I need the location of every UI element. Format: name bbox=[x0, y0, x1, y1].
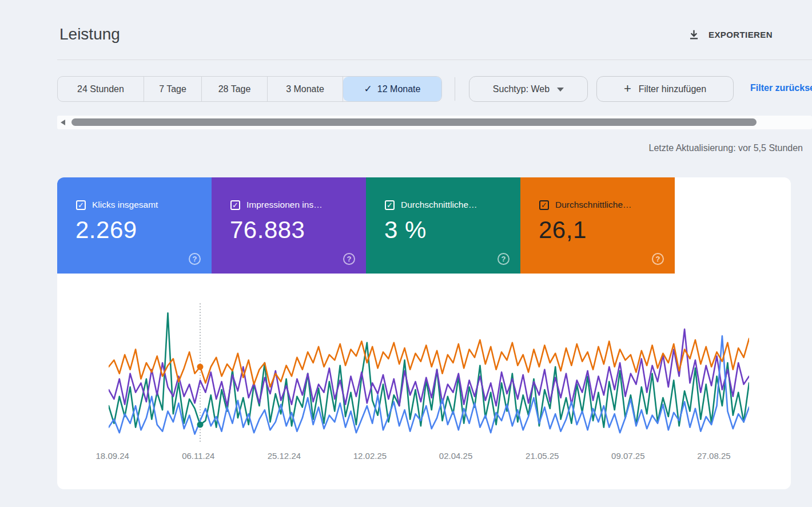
metric-card-value: 76.883 bbox=[230, 216, 305, 244]
marker-dot-ctr bbox=[197, 422, 204, 428]
x-axis-label: 18.09.24 bbox=[96, 451, 129, 461]
x-axis-label: 12.02.25 bbox=[353, 451, 387, 461]
check-icon: ✓ bbox=[364, 83, 372, 95]
metric-card-impressionen[interactable]: ✓ Impressionen ins… 76.883 ? bbox=[212, 177, 366, 274]
help-icon[interactable]: ? bbox=[497, 253, 510, 265]
arrow-left-icon[interactable] bbox=[61, 120, 65, 125]
x-axis-label: 27.08.25 bbox=[697, 451, 730, 461]
performance-chart[interactable] bbox=[109, 298, 749, 447]
help-icon[interactable]: ? bbox=[343, 253, 355, 265]
add-filter-label: Filter hinzufügen bbox=[639, 84, 706, 94]
help-icon[interactable]: ? bbox=[652, 253, 664, 265]
tab-12-monate[interactable]: ✓ 12 Monate bbox=[343, 77, 441, 101]
checkbox-checked-icon[interactable]: ✓ bbox=[539, 200, 549, 210]
export-button-label: EXPORTIEREN bbox=[708, 30, 773, 39]
metric-card-klicks[interactable]: ✓ Klicks insgesamt 2.269 ? bbox=[57, 177, 212, 274]
metric-card-value: 2.269 bbox=[75, 216, 137, 244]
tab-28-tage[interactable]: 28 Tage bbox=[202, 77, 268, 101]
x-axis-labels: 18.09.2406.11.2425.12.2412.02.2502.04.25… bbox=[57, 451, 791, 462]
checkbox-checked-icon[interactable]: ✓ bbox=[76, 200, 86, 210]
chevron-down-icon bbox=[557, 88, 564, 92]
date-range-tabs: 24 Stunden 7 Tage 28 Tage 3 Monate ✓ 12 … bbox=[57, 76, 442, 102]
toolbar-divider bbox=[455, 77, 455, 101]
plus-icon: + bbox=[624, 82, 631, 95]
metric-card-label: Durchschnittliche… bbox=[555, 200, 632, 210]
x-axis-label: 02.04.25 bbox=[439, 451, 472, 461]
metric-card-label: Klicks insgesamt bbox=[92, 200, 158, 210]
metric-card-label: Impressionen ins… bbox=[246, 200, 323, 210]
x-axis-label: 06.11.24 bbox=[182, 451, 214, 461]
metric-cards: ✓ Klicks insgesamt 2.269 ? ✓ Impressione… bbox=[57, 177, 675, 274]
horizontal-scrollbar bbox=[57, 116, 812, 129]
help-icon[interactable]: ? bbox=[189, 253, 201, 265]
metric-card-position[interactable]: ✓ Durchschnittliche… 26,1 ? bbox=[520, 177, 675, 274]
metric-card-value: 3 % bbox=[384, 216, 427, 244]
download-icon bbox=[688, 29, 700, 41]
page-title: Leistung bbox=[59, 25, 120, 43]
x-axis-label: 25.12.24 bbox=[268, 451, 301, 461]
checkbox-checked-icon[interactable]: ✓ bbox=[385, 200, 395, 210]
metric-card-label: Durchschnittliche… bbox=[401, 200, 477, 210]
scrollbar-thumb[interactable] bbox=[71, 118, 757, 126]
search-type-label: Suchtyp: Web bbox=[493, 84, 550, 94]
export-button[interactable]: EXPORTIEREN bbox=[688, 25, 773, 43]
marker-dot-position bbox=[197, 364, 204, 370]
last-updated-text: Letzte Aktualisierung: vor 5,5 Stunden bbox=[648, 143, 803, 153]
checkbox-checked-icon[interactable]: ✓ bbox=[230, 200, 240, 210]
tab-7-tage[interactable]: 7 Tage bbox=[144, 77, 202, 101]
metric-card-value: 26,1 bbox=[539, 216, 587, 244]
metric-card-ctr[interactable]: ✓ Durchschnittliche… 3 % ? bbox=[366, 177, 520, 274]
chart-svg bbox=[109, 298, 749, 447]
add-filter-button[interactable]: + Filter hinzufügen bbox=[596, 76, 734, 102]
performance-panel: ✓ Klicks insgesamt 2.269 ? ✓ Impressione… bbox=[57, 177, 791, 489]
x-axis-label: 21.05.25 bbox=[526, 451, 559, 461]
search-console-performance-page: Leistung EXPORTIEREN 24 Stunden 7 Tage 2… bbox=[0, 0, 812, 507]
search-type-dropdown[interactable]: Suchtyp: Web bbox=[469, 76, 588, 102]
tab-24-stunden[interactable]: 24 Stunden bbox=[58, 77, 144, 101]
tab-3-monate[interactable]: 3 Monate bbox=[268, 77, 343, 101]
header-divider bbox=[57, 60, 812, 60]
reset-filters-link[interactable]: Filter zurücksetzen bbox=[750, 83, 812, 93]
x-axis-label: 09.07.25 bbox=[611, 451, 644, 461]
